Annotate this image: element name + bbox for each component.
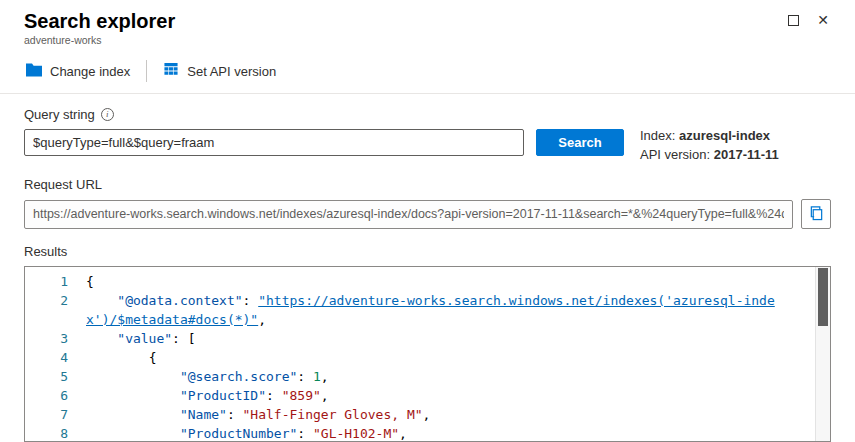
- code-token: [86, 388, 180, 403]
- code-line: 6 "ProductID": "859",: [25, 386, 815, 405]
- code-token: "value": [117, 331, 172, 346]
- code-token: ,: [399, 426, 407, 441]
- code-text: {: [86, 272, 815, 291]
- code-token: {: [86, 350, 156, 365]
- code-token: [86, 293, 117, 308]
- change-index-label: Change index: [50, 64, 130, 79]
- code-text: "ProductID": "859",: [86, 386, 815, 405]
- query-row: Search Index: azuresql-index API version…: [24, 129, 831, 164]
- code-token: ,: [321, 369, 329, 384]
- code-line: 4 {: [25, 348, 815, 367]
- service-name: adventure-works: [24, 34, 175, 46]
- code-token: "Half-Finger Gloves, M": [243, 407, 423, 422]
- code-token: "@odata.context": [117, 293, 242, 308]
- page-title: Search explorer: [24, 9, 175, 33]
- code-token: ,: [423, 407, 431, 422]
- query-string-label: Query string: [24, 107, 95, 122]
- code-line: 7 "Name": "Half-Finger Gloves, M",: [25, 405, 815, 424]
- line-number: 1: [25, 272, 86, 291]
- api-version-value: 2017-11-11: [714, 147, 779, 162]
- code-token: 1: [313, 369, 321, 384]
- code-line: 2 "@odata.context": "https://adventure-w…: [25, 291, 815, 329]
- code-token: ,: [321, 388, 329, 403]
- command-bar: Change index Set API version: [24, 58, 831, 93]
- code-text: {: [86, 348, 815, 367]
- change-index-button[interactable]: Change index: [24, 59, 132, 84]
- code-text: "value": [: [86, 329, 815, 348]
- index-value: azuresql-index: [679, 128, 770, 143]
- code-token: "Name": [180, 407, 227, 422]
- blade-header: Search explorer adventure-works ✕: [24, 0, 831, 46]
- code-token: [86, 426, 180, 441]
- code-token: :: [297, 426, 313, 441]
- code-token: [86, 331, 117, 346]
- code-token: :: [243, 293, 259, 308]
- code-token: "859": [282, 388, 321, 403]
- maximize-icon[interactable]: [788, 15, 799, 26]
- code-line: 3 "value": [: [25, 329, 815, 348]
- set-api-version-button[interactable]: Set API version: [161, 58, 278, 84]
- info-icon[interactable]: i: [101, 108, 114, 121]
- code-token: :: [227, 407, 243, 422]
- api-version-label: API version:: [640, 147, 710, 162]
- scrollbar-thumb[interactable]: [818, 268, 828, 326]
- close-icon[interactable]: ✕: [817, 13, 829, 27]
- code-token: "@search.score": [180, 369, 297, 384]
- code-token: :: [266, 388, 282, 403]
- code-token: "ProductNumber": [180, 426, 297, 441]
- results-panel: 1{2 "@odata.context": "https://adventure…: [24, 266, 831, 442]
- code-token: "GL-H102-M": [313, 426, 399, 441]
- api-version-line: API version: 2017-11-11: [640, 145, 779, 164]
- line-number: 3: [25, 329, 86, 348]
- code-token: {: [86, 274, 94, 289]
- code-token: [86, 369, 180, 384]
- index-label: Index:: [640, 128, 675, 143]
- line-number: 2: [25, 291, 86, 329]
- results-label: Results: [24, 244, 831, 259]
- code-token: "ProductID": [180, 388, 266, 403]
- results-json: 1{2 "@odata.context": "https://adventure…: [25, 267, 815, 441]
- request-url-label: Request URL: [24, 177, 831, 192]
- line-number: 7: [25, 405, 86, 424]
- table-grid-icon: [163, 62, 179, 80]
- code-text: "@odata.context": "https://adventure-wor…: [86, 291, 815, 329]
- line-number: 8: [25, 424, 86, 441]
- code-token: : [: [172, 331, 195, 346]
- code-text: "Name": "Half-Finger Gloves, M",: [86, 405, 815, 424]
- request-url-input[interactable]: [24, 200, 793, 229]
- line-number: 6: [25, 386, 86, 405]
- code-text: "@search.score": 1,: [86, 367, 815, 386]
- index-line: Index: azuresql-index: [640, 126, 779, 145]
- search-button[interactable]: Search: [536, 129, 624, 156]
- code-token: [86, 407, 180, 422]
- code-text: "ProductNumber": "GL-H102-M",: [86, 424, 815, 441]
- code-line: 5 "@search.score": 1,: [25, 367, 815, 386]
- line-number: 4: [25, 348, 86, 367]
- window-controls: ✕: [788, 9, 831, 27]
- request-url-row: [24, 199, 831, 229]
- set-api-version-label: Set API version: [187, 64, 276, 79]
- results-scrollbar[interactable]: [815, 267, 830, 441]
- copy-icon: [809, 205, 824, 224]
- code-line: 1{: [25, 272, 815, 291]
- title-block: Search explorer adventure-works: [24, 9, 175, 46]
- query-string-label-row: Query string i: [24, 107, 831, 122]
- code-line: 8 "ProductNumber": "GL-H102-M",: [25, 424, 815, 441]
- search-explorer-blade: Search explorer adventure-works ✕ Change…: [0, 0, 855, 442]
- index-info: Index: azuresql-index API version: 2017-…: [640, 126, 779, 164]
- code-token: :: [297, 369, 313, 384]
- query-input[interactable]: [24, 129, 524, 156]
- toolbar-rule: [0, 93, 855, 94]
- toolbar-divider: [146, 60, 147, 82]
- line-number: 5: [25, 367, 86, 386]
- code-token: ,: [258, 312, 266, 327]
- folder-icon: [26, 63, 42, 80]
- copy-button[interactable]: [801, 199, 831, 229]
